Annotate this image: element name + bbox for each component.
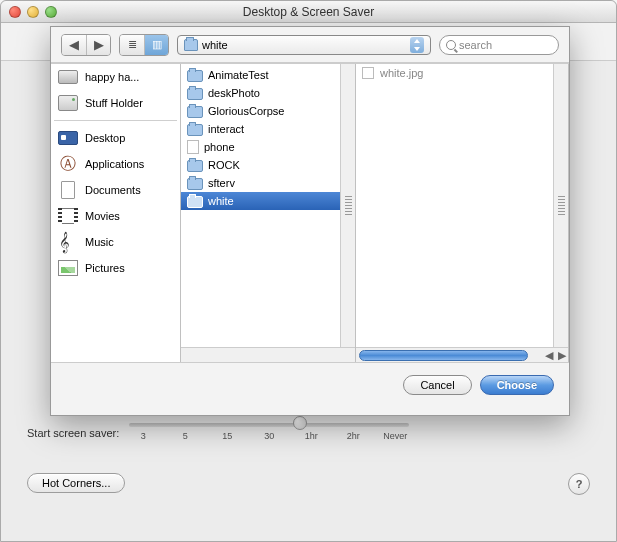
tick-label: 30 <box>255 431 283 441</box>
folder-icon <box>187 178 203 190</box>
folder-icon <box>187 160 203 172</box>
path-popup[interactable]: white <box>177 35 431 55</box>
column-resize-handle[interactable] <box>340 64 355 347</box>
scroll-right-icon[interactable]: ▶ <box>555 349 568 362</box>
applications-icon: Ⓐ <box>60 154 76 175</box>
column-item[interactable]: phone <box>181 138 355 156</box>
column-item-label: GloriousCorpse <box>208 103 284 119</box>
sidebar-item-label: Pictures <box>85 262 125 274</box>
forward-button[interactable]: ▶ <box>86 35 110 55</box>
sidebar-item-label: Movies <box>85 210 120 222</box>
hard-drive-icon <box>58 95 78 111</box>
column-scrollbar[interactable] <box>181 347 355 362</box>
sidebar-separator <box>54 120 177 121</box>
sidebar-item-label: Applications <box>85 158 144 170</box>
sidebar-item[interactable]: Movies <box>51 203 180 229</box>
folder-icon <box>187 88 203 100</box>
column-item-label: sfterv <box>208 175 235 191</box>
column-item-label: deskPhoto <box>208 85 260 101</box>
search-input[interactable]: search <box>439 35 559 55</box>
column-item-label: phone <box>204 139 235 155</box>
column-item-label: AnimateTest <box>208 67 269 83</box>
path-label: white <box>202 39 228 51</box>
pictures-icon <box>58 260 78 276</box>
chooser-sidebar: happy ha...Stuff Holder DesktopⒶApplicat… <box>51 64 181 362</box>
column-item-label: white <box>208 193 234 209</box>
sidebar-item[interactable]: happy ha... <box>51 64 180 90</box>
scroll-thumb[interactable] <box>359 350 528 361</box>
tick-label: 1hr <box>297 431 325 441</box>
zoom-icon[interactable] <box>45 6 57 18</box>
help-button[interactable]: ? <box>568 473 590 495</box>
slider-thumb-icon[interactable] <box>293 416 307 430</box>
sidebar-item[interactable]: ⒶApplications <box>51 151 180 177</box>
file-chooser-sheet: ◀ ▶ ≣ ▥ white search happy ha...Stuff Ho… <box>50 26 570 416</box>
column-view-button[interactable]: ▥ <box>144 35 168 55</box>
documents-icon <box>61 181 75 199</box>
tick-label: 3 <box>129 431 157 441</box>
document-icon <box>187 140 199 154</box>
tick-label: 15 <box>213 431 241 441</box>
popup-arrows-icon <box>410 37 424 53</box>
disk-icon <box>58 70 78 84</box>
folder-icon <box>187 70 203 82</box>
column-2: AnimateTest▶deskPhoto▶GloriousCorpse▶int… <box>181 64 356 362</box>
titlebar: Desktop & Screen Saver <box>1 1 616 23</box>
desktop-icon <box>58 131 78 145</box>
music-icon: 𝄞 <box>59 233 77 251</box>
folder-icon <box>187 196 203 208</box>
column-item[interactable]: interact▶ <box>181 120 355 138</box>
close-icon[interactable] <box>9 6 21 18</box>
choose-button[interactable]: Choose <box>480 375 554 395</box>
tick-label: 5 <box>171 431 199 441</box>
tick-label: Never <box>381 431 409 441</box>
sidebar-item[interactable]: Documents <box>51 177 180 203</box>
sidebar-item-label: happy ha... <box>85 71 139 83</box>
column-3: white.jpg ◀ ▶ <box>356 64 569 362</box>
chooser-toolbar: ◀ ▶ ≣ ▥ white search <box>51 27 569 63</box>
column-scrollbar[interactable]: ◀ ▶ <box>356 347 568 362</box>
sidebar-item-label: Stuff Holder <box>85 97 143 109</box>
folder-icon <box>184 39 198 51</box>
sidebar-item-label: Music <box>85 236 114 248</box>
search-placeholder: search <box>459 39 492 51</box>
sidebar-item[interactable]: Desktop <box>51 125 180 151</box>
cancel-button[interactable]: Cancel <box>403 375 471 395</box>
column-item[interactable]: GloriousCorpse▶ <box>181 102 355 120</box>
slider-label: Start screen saver: <box>27 427 119 439</box>
window-title: Desktop & Screen Saver <box>1 5 616 19</box>
column-item[interactable]: sfterv▶ <box>181 174 355 192</box>
folder-icon <box>187 124 203 136</box>
sidebar-item[interactable]: 𝄞Music <box>51 229 180 255</box>
column-item[interactable]: ROCK▶ <box>181 156 355 174</box>
column-item-label: white.jpg <box>380 67 423 79</box>
sidebar-item[interactable]: Stuff Holder <box>51 90 180 116</box>
file-checkbox[interactable] <box>362 67 374 79</box>
tick-label: 2hr <box>339 431 367 441</box>
folder-icon <box>187 106 203 118</box>
column-item[interactable]: white.jpg <box>356 64 568 82</box>
column-item[interactable]: deskPhoto▶ <box>181 84 355 102</box>
column-item[interactable]: AnimateTest▶ <box>181 66 355 84</box>
column-resize-handle[interactable] <box>553 64 568 347</box>
minimize-icon[interactable] <box>27 6 39 18</box>
column-item-label: interact <box>208 121 244 137</box>
start-delay-slider[interactable]: 3 5 15 30 1hr 2hr Never <box>129 417 409 449</box>
sidebar-item-label: Documents <box>85 184 141 196</box>
sidebar-item[interactable]: Pictures <box>51 255 180 281</box>
search-icon <box>446 40 456 50</box>
movies-icon <box>58 208 78 224</box>
column-item-label: ROCK <box>208 157 240 173</box>
scroll-left-icon[interactable]: ◀ <box>542 349 555 362</box>
list-view-button[interactable]: ≣ <box>120 35 144 55</box>
sidebar-item-label: Desktop <box>85 132 125 144</box>
back-button[interactable]: ◀ <box>62 35 86 55</box>
hot-corners-button[interactable]: Hot Corners... <box>27 473 125 493</box>
column-item[interactable]: white▶ <box>181 192 355 210</box>
